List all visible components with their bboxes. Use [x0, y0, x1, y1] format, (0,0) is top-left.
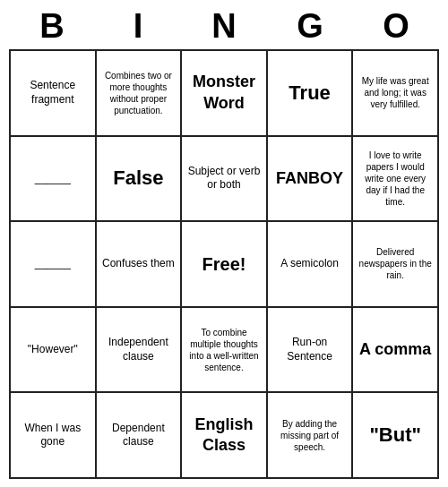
letter-o: O [357, 7, 435, 46]
letter-b: B [13, 7, 91, 46]
bingo-cell-16: Independent clause [96, 307, 182, 393]
letter-i: I [99, 7, 177, 46]
bingo-cell-2: Monster Word [181, 50, 267, 136]
bingo-cell-10: ______ [10, 221, 96, 307]
bingo-cell-9: I love to write papers I would write one… [352, 136, 438, 222]
bingo-cell-15: "However" [10, 307, 96, 393]
bingo-cell-5: ______ [10, 136, 96, 222]
bingo-cell-21: Dependent clause [96, 392, 182, 478]
bingo-cell-6: False [96, 136, 182, 222]
bingo-cell-4: My life was great and long; it was very … [352, 50, 438, 136]
letter-g: G [271, 7, 349, 46]
bingo-header: B I N G O [9, 0, 439, 49]
bingo-cell-19: A comma [352, 307, 438, 393]
letter-n: N [185, 7, 263, 46]
bingo-cell-12: Free! [181, 221, 267, 307]
bingo-cell-11: Confuses them [96, 221, 182, 307]
bingo-cell-1: Combines two or more thoughts without pr… [96, 50, 182, 136]
bingo-grid: Sentence fragmentCombines two or more th… [9, 49, 439, 479]
bingo-cell-14: Delivered newspapers in the rain. [352, 221, 438, 307]
bingo-cell-22: English Class [181, 392, 267, 478]
bingo-cell-17: To combine multiple thoughts into a well… [181, 307, 267, 393]
bingo-cell-13: A semicolon [267, 221, 353, 307]
bingo-cell-20: When I was gone [10, 392, 96, 478]
bingo-cell-23: By adding the missing part of speech. [267, 392, 353, 478]
bingo-cell-24: "But" [352, 392, 438, 478]
bingo-cell-0: Sentence fragment [10, 50, 96, 136]
bingo-cell-8: FANBOY [267, 136, 353, 222]
bingo-cell-18: Run-on Sentence [267, 307, 353, 393]
bingo-cell-3: True [267, 50, 353, 136]
bingo-cell-7: Subject or verb or both [181, 136, 267, 222]
